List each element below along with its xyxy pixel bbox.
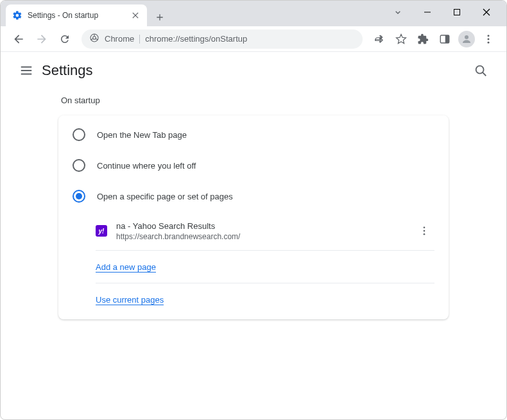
svg-point-17 <box>488 38 490 40</box>
radio-specific-page[interactable]: Open a specific page or set of pages <box>58 181 449 212</box>
startup-page-item: y! na - Yahoo Search Results https://sea… <box>96 212 434 251</box>
new-tab-button[interactable] <box>151 8 169 26</box>
use-current-link[interactable]: Use current pages <box>96 295 164 305</box>
tab-title: Settings - On startup <box>28 11 125 20</box>
address-bar[interactable]: Chrome chrome://settings/onStartup <box>82 29 363 49</box>
yahoo-favicon: y! <box>96 225 107 237</box>
search-icon[interactable] <box>468 58 494 83</box>
svg-line-12 <box>96 38 98 40</box>
toolbar: Chrome chrome://settings/onStartup <box>1 26 506 52</box>
radio-open-new-tab[interactable]: Open the New Tab page <box>58 119 449 150</box>
use-current-row: Use current pages <box>96 283 434 315</box>
extensions-icon[interactable] <box>413 29 433 49</box>
gear-icon <box>12 10 22 21</box>
page-item-url: https://search.brandnewsearch.com/ <box>116 232 405 241</box>
forward-button[interactable] <box>31 29 52 49</box>
page-item-title: na - Yahoo Search Results <box>116 221 405 231</box>
section-label: On startup <box>58 96 449 105</box>
svg-line-23 <box>483 72 486 76</box>
settings-header: Settings <box>1 52 506 89</box>
radio-label: Open a specific page or set of pages <box>97 192 233 201</box>
svg-rect-1 <box>454 10 460 15</box>
window-controls <box>378 1 506 24</box>
radio-continue[interactable]: Continue where you left off <box>58 150 449 181</box>
radio-icon <box>73 190 85 203</box>
svg-point-16 <box>488 35 490 37</box>
reload-button[interactable] <box>55 29 75 49</box>
back-button[interactable] <box>8 29 29 49</box>
svg-point-9 <box>93 36 96 39</box>
divider <box>139 35 140 44</box>
svg-point-24 <box>424 226 425 228</box>
minimize-button[interactable] <box>413 2 442 22</box>
profile-avatar[interactable] <box>456 29 477 49</box>
svg-point-26 <box>424 233 425 235</box>
chrome-icon <box>89 33 99 46</box>
add-page-link[interactable]: Add a new page <box>96 262 156 273</box>
svg-point-18 <box>488 41 490 43</box>
radio-label: Continue where you left off <box>97 161 196 171</box>
omnibox-prefix: Chrome <box>105 34 134 44</box>
browser-tab[interactable]: Settings - On startup <box>6 4 147 26</box>
svg-point-22 <box>476 66 484 74</box>
page-item-menu-icon[interactable] <box>414 221 434 241</box>
share-icon[interactable] <box>369 29 390 49</box>
maximize-button[interactable] <box>442 2 472 22</box>
svg-rect-14 <box>445 35 449 43</box>
omnibox-url: chrome://settings/onStartup <box>145 34 247 44</box>
svg-point-25 <box>424 230 425 232</box>
radio-icon <box>73 159 85 172</box>
startup-card: Open the New Tab page Continue where you… <box>58 115 449 319</box>
radio-icon <box>73 128 85 141</box>
kebab-menu-icon[interactable] <box>478 29 499 49</box>
close-window-button[interactable] <box>472 2 501 22</box>
hamburger-menu-icon[interactable] <box>13 58 39 83</box>
close-tab-icon[interactable] <box>130 10 141 21</box>
radio-label: Open the New Tab page <box>97 130 187 140</box>
svg-point-15 <box>465 35 468 39</box>
tab-overflow-icon[interactable] <box>383 7 413 17</box>
sidepanel-icon[interactable] <box>434 29 455 49</box>
bookmark-icon[interactable] <box>391 29 411 49</box>
add-page-row: Add a new page <box>96 251 434 283</box>
svg-line-11 <box>91 38 93 40</box>
page-title: Settings <box>42 62 93 79</box>
